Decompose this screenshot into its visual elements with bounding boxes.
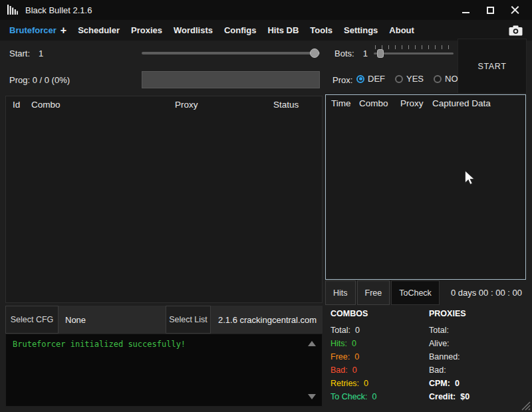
titlebar: Black Bullet 2.1.6 <box>0 0 532 20</box>
start-slider-track[interactable] <box>142 52 320 54</box>
tab-hits[interactable]: Hits <box>325 280 356 305</box>
menu-item-scheduler[interactable]: Scheduler <box>78 25 120 35</box>
radio-def-label: DEF <box>368 74 385 84</box>
stat-value: $0 <box>460 392 469 401</box>
stat-row-combos-total: Total: 0 <box>331 324 427 337</box>
maximize-button[interactable] <box>485 5 495 15</box>
start-button[interactable]: START <box>458 39 527 94</box>
progress-label: Prog: 0 / 0 (0%) <box>9 75 70 86</box>
stat-row-retries: Retries: 0 <box>331 377 427 390</box>
stat-label: To Check: <box>331 392 368 401</box>
bots-slider-ticks <box>375 45 452 49</box>
prox-option-def[interactable]: DEF <box>356 74 385 84</box>
stat-label: Credit: <box>429 392 456 401</box>
combos-title: COMBOS <box>331 309 427 324</box>
stat-label: Bad: <box>331 365 348 375</box>
hits-list[interactable] <box>326 112 525 279</box>
column-header-hits-combo[interactable]: Combo <box>359 98 388 108</box>
results-list[interactable] <box>6 114 322 302</box>
radio-yes-label: YES <box>406 74 424 84</box>
log-output[interactable]: Bruteforcer initialized succesfully! <box>5 334 323 407</box>
minimize-button[interactable] <box>461 5 471 15</box>
bots-field: Bots: 1 <box>334 49 368 59</box>
bots-slider-thumb[interactable] <box>377 49 384 58</box>
bots-label: Bots: <box>334 49 354 59</box>
column-header-time[interactable]: Time <box>331 98 351 108</box>
minimize-icon <box>462 12 469 13</box>
column-header-proxy[interactable]: Proxy <box>175 100 198 110</box>
column-header-id[interactable]: Id <box>13 100 20 110</box>
stat-label: Alive: <box>429 339 450 348</box>
stat-label: Retries: <box>331 379 359 388</box>
elapsed-timer: 0 days 00 : 00 : 00 <box>441 280 532 305</box>
camera-icon[interactable] <box>509 25 523 36</box>
start-value: 1 <box>39 49 43 59</box>
stat-label: Total: <box>331 326 350 335</box>
stat-label: Banned: <box>429 352 460 361</box>
hits-tabs-strip: Hits Free ToCheck 0 days 00 : 00 : 00 <box>325 280 532 305</box>
column-header-status[interactable]: Status <box>273 100 299 110</box>
stat-row-proxies-bad: Bad: <box>429 363 525 377</box>
stat-label: Total: <box>429 326 449 335</box>
stat-row-bad: Bad: 0 <box>331 363 427 377</box>
prox-radio-group: DEF YES NO <box>356 74 458 84</box>
close-button[interactable] <box>510 5 520 15</box>
app-window: Black Bullet 2.1.6 Bruteforcer + Schedul… <box>0 0 532 412</box>
stat-row-cpm: CPM: 0 <box>429 377 525 390</box>
menu-item-configs[interactable]: Configs <box>224 25 256 35</box>
radio-no-label: NO <box>445 74 458 84</box>
menu-item-about[interactable]: About <box>389 25 414 35</box>
menu-item-tools[interactable]: Tools <box>310 25 332 35</box>
menu-item-hitsdb[interactable]: Hits DB <box>267 25 299 35</box>
proxies-stats: PROXIES Total: Alive: Banned: Bad: CPM: … <box>429 309 525 403</box>
maximize-icon <box>487 7 494 14</box>
stat-row-credit: Credit: $0 <box>429 390 525 403</box>
column-header-hits-proxy[interactable]: Proxy <box>400 98 424 108</box>
menu-item-settings[interactable]: Settings <box>344 25 378 35</box>
hits-header-row: Time Combo Proxy Captured Data <box>326 95 525 112</box>
stat-value: 0 <box>354 352 359 361</box>
stat-value: 0 <box>364 379 368 388</box>
proxies-title: PROXIES <box>429 309 525 324</box>
bots-slider-track[interactable] <box>374 52 454 54</box>
tab-tocheck[interactable]: ToCheck <box>391 280 440 305</box>
menu-item-bruteforcer[interactable]: Bruteforcer <box>9 25 57 35</box>
column-header-combo[interactable]: Combo <box>31 100 61 110</box>
config-bar: Select CFG None Select List 2.1.6 cracki… <box>5 306 323 334</box>
stat-value: 0 <box>352 365 357 375</box>
select-cfg-button[interactable]: Select CFG <box>5 306 59 334</box>
tab-free[interactable]: Free <box>357 280 390 305</box>
menu-item-wordlists[interactable]: Wordlists <box>174 25 213 35</box>
log-line: Bruteforcer initialized succesfully! <box>13 340 315 349</box>
stat-label: Bad: <box>429 365 446 375</box>
radio-no-icon <box>434 75 442 83</box>
stat-row-alive: Alive: <box>429 337 525 350</box>
prox-option-no[interactable]: NO <box>434 74 458 84</box>
bots-slider[interactable] <box>374 45 454 58</box>
stat-row-free: Free: 0 <box>331 350 427 363</box>
results-panel: Id Combo Proxy Status <box>5 96 323 303</box>
results-header-row: Id Combo Proxy Status <box>6 96 322 114</box>
stat-row-proxies-total: Total: <box>429 324 525 337</box>
progress-bar <box>142 71 320 88</box>
start-slider-thumb[interactable] <box>310 49 319 58</box>
start-field: Start: 1 <box>9 49 43 59</box>
scroll-down-icon[interactable] <box>308 394 316 399</box>
stat-row-hits: Hits: 0 <box>331 337 427 350</box>
stat-label: CPM: <box>429 379 450 388</box>
stat-value: 0 <box>355 326 360 335</box>
start-label: Start: <box>9 49 30 59</box>
start-slider[interactable] <box>142 47 320 60</box>
select-list-button[interactable]: Select List <box>166 306 211 334</box>
window-title: Black Bullet 2.1.6 <box>25 5 92 15</box>
radio-def-icon <box>356 75 364 83</box>
stat-value: 0 <box>372 392 377 401</box>
pin-plus-icon[interactable]: + <box>61 25 66 37</box>
resize-grip[interactable] <box>521 401 531 411</box>
stat-value: 0 <box>352 339 356 348</box>
menu-item-proxies[interactable]: Proxies <box>131 25 162 35</box>
scroll-up-icon[interactable] <box>308 341 316 346</box>
column-header-captured-data[interactable]: Captured Data <box>432 98 491 108</box>
stat-row-banned: Banned: <box>429 350 525 363</box>
prox-option-yes[interactable]: YES <box>395 74 424 84</box>
